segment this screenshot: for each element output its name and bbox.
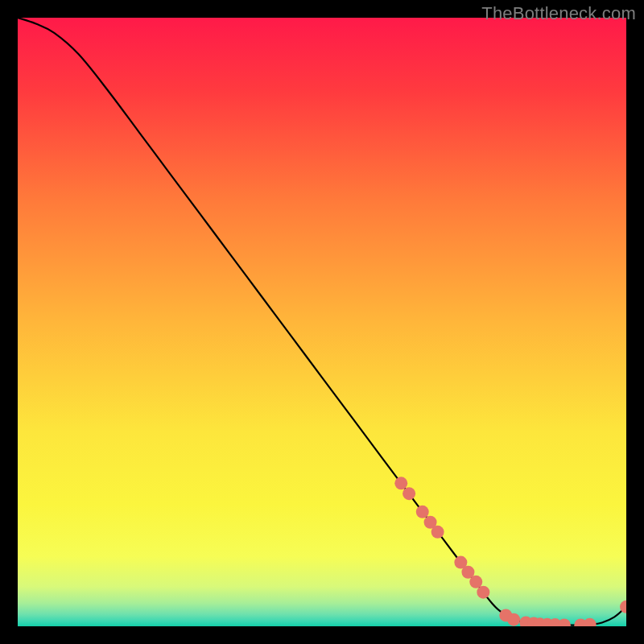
highlighted-point bbox=[402, 487, 415, 500]
highlighted-point bbox=[469, 576, 482, 588]
chart-plot-area bbox=[18, 18, 626, 626]
chart-background-gradient bbox=[18, 18, 626, 626]
watermark-text: TheBottleneck.com bbox=[481, 3, 636, 24]
highlighted-point bbox=[477, 586, 489, 599]
chart-stage: TheBottleneck.com bbox=[0, 0, 644, 644]
highlighted-point bbox=[507, 613, 520, 626]
highlighted-point bbox=[416, 506, 429, 518]
chart-svg bbox=[18, 18, 626, 626]
highlighted-point bbox=[394, 477, 407, 489]
highlighted-point bbox=[431, 526, 444, 539]
